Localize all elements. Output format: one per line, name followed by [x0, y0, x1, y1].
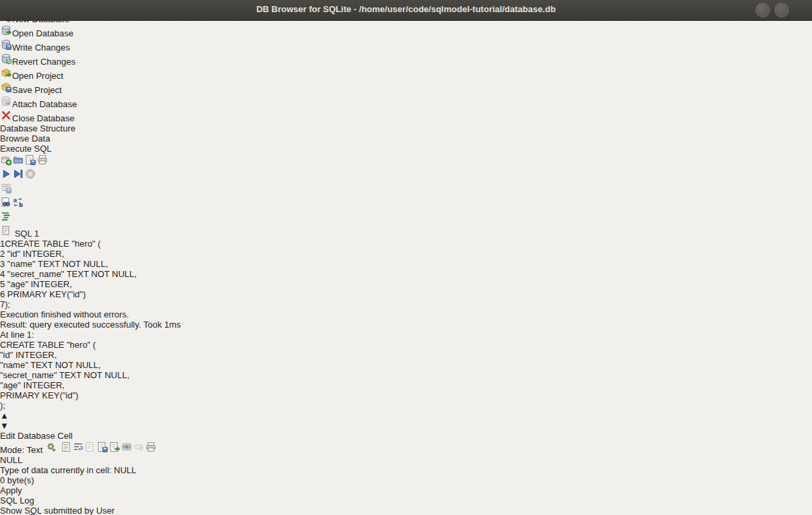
code-line[interactable]: 7);: [0, 299, 812, 309]
sql-toolbar: ab: [0, 154, 812, 224]
word-wrap-button[interactable]: [72, 445, 84, 455]
save-results-icon: [0, 186, 12, 196]
write-changes-button[interactable]: Write Changes: [0, 38, 812, 53]
execute-current-line-button[interactable]: [12, 172, 24, 182]
submitter-value: User: [96, 506, 115, 515]
cell-size-info: 0 byte(s): [0, 475, 812, 485]
stop-button[interactable]: [24, 172, 36, 182]
save-project-button[interactable]: Save Project: [0, 81, 812, 95]
scroll-up-icon[interactable]: ▲: [0, 411, 812, 421]
messages-pane[interactable]: Execution finished without errors.Result…: [0, 309, 812, 431]
stop-icon: [24, 172, 36, 182]
set-null-icon: [133, 445, 145, 455]
open-project-button-label: Open Project: [12, 71, 63, 81]
message-line: "id" INTEGER,: [0, 350, 812, 360]
find-button[interactable]: [0, 200, 12, 210]
code-line[interactable]: 4 "secret_name" TEXT NOT NULL,: [0, 269, 812, 279]
find-replace-icon: ab: [12, 200, 24, 210]
edit-cell-dock-title: Edit Database Cell: [0, 431, 812, 441]
execute-all-button[interactable]: [0, 172, 12, 182]
sql-editor[interactable]: 1CREATE TABLE "hero" (2 "id" INTEGER,3 "…: [0, 239, 812, 309]
text-mode-icon: [60, 445, 72, 455]
print-button[interactable]: [145, 445, 157, 455]
set-null-button[interactable]: [133, 445, 145, 455]
code-text: CREATE TABLE "hero" (: [5, 239, 100, 249]
project-save-icon: [0, 85, 12, 95]
find-icon: [0, 200, 12, 210]
maximize-window-icon[interactable]: [774, 3, 789, 18]
code-text: "secret_name" TEXT NOT NULL,: [5, 269, 137, 279]
tab-browse-data[interactable]: Browse Data: [0, 133, 812, 144]
sql-log-dock-title: SQL Log: [0, 495, 812, 506]
export-data-button[interactable]: [108, 445, 121, 455]
text-mode-button[interactable]: [60, 445, 72, 455]
sql-log-filter-row: Show SQL submitted by User: [0, 506, 812, 515]
main-tab-bar: Database StructureBrowse DataExecute SQL: [0, 123, 812, 154]
open-database-button-label: Open Database: [12, 28, 73, 38]
code-text: "id" INTEGER,: [5, 249, 64, 259]
export-data-icon: [108, 445, 121, 455]
code-text: PRIMARY KEY("id"): [5, 289, 86, 299]
code-line[interactable]: 2 "id" INTEGER,: [0, 249, 812, 259]
code-line[interactable]: 6 PRIMARY KEY("id"): [0, 289, 812, 299]
project-open-icon: [0, 71, 12, 81]
code-text: "name" TEXT NOT NULL,: [5, 259, 108, 269]
mode-combobox[interactable]: Text: [27, 445, 45, 455]
submitter-combobox[interactable]: User: [96, 506, 115, 515]
execute-current-line-icon: [12, 172, 24, 182]
import-data-icon: [84, 445, 96, 455]
apply-button[interactable]: Apply: [0, 485, 812, 495]
code-line[interactable]: 3 "name" TEXT NOT NULL,: [0, 259, 812, 269]
open-project-button[interactable]: Open Project: [0, 67, 812, 81]
attach-database-button-label: Attach Database: [12, 99, 77, 109]
save-sql-file-icon: [24, 158, 36, 168]
titlebar[interactable]: DB Browser for SQLite - /home/user/code/…: [0, 0, 812, 21]
message-line: "age" INTEGER,: [0, 380, 812, 390]
save-data-button[interactable]: [96, 445, 108, 455]
scroll-down-icon[interactable]: ▼: [0, 421, 812, 431]
tab-database-structure[interactable]: Database Structure: [0, 123, 812, 133]
format-sql-button[interactable]: [0, 214, 12, 224]
app-window: DB Browser for SQLite - /home/user/code/…: [0, 0, 812, 515]
vertical-scrollbar[interactable]: ▲ ▼: [0, 411, 812, 431]
close-database-button[interactable]: Close Database: [0, 109, 812, 123]
print-button[interactable]: [36, 158, 49, 168]
format-sql-icon: [0, 214, 12, 224]
code-line[interactable]: 5 "age" INTEGER,: [0, 279, 812, 289]
sql-tab[interactable]: SQL 1: [0, 224, 812, 239]
open-sql-file-button[interactable]: [12, 158, 24, 168]
cell-type-info: Type of data currently in cell: NULL: [0, 465, 812, 475]
cell-editor[interactable]: NULL: [0, 455, 812, 465]
svg-text:b: b: [19, 202, 23, 208]
save-project-button-label: Save Project: [12, 85, 62, 95]
close-database-button-label: Close Database: [12, 113, 75, 123]
code-line[interactable]: 1CREATE TABLE "hero" (: [0, 239, 812, 249]
message-line: );: [0, 400, 812, 411]
message-line: "secret_name" TEXT NOT NULL,: [0, 370, 812, 380]
code-text: );: [5, 299, 10, 309]
import-data-button[interactable]: [84, 445, 96, 455]
save-results-button[interactable]: [0, 186, 12, 196]
tab-execute-sql[interactable]: Execute SQL: [0, 144, 812, 154]
mode-label: Mode:: [0, 445, 24, 455]
open-database-button[interactable]: Open Database: [0, 24, 812, 38]
minimize-window-icon[interactable]: [755, 3, 770, 18]
new-tab-button[interactable]: [0, 158, 12, 168]
save-sql-file-button[interactable]: [24, 158, 36, 168]
open-sql-file-icon: [12, 158, 24, 168]
message-line: PRIMARY KEY("id"): [0, 390, 812, 400]
apply-settings-button[interactable]: [45, 445, 60, 455]
message-line: Execution finished without errors.: [0, 309, 812, 320]
write-changes-button-label: Write Changes: [12, 42, 70, 53]
execute-sql-panel: ab SQL 1 1CREATE TABLE "hero" (2 "id" IN…: [0, 154, 812, 431]
find-replace-button[interactable]: ab: [12, 200, 24, 210]
close-window-icon[interactable]: [793, 3, 807, 16]
message-line: CREATE TABLE "hero" (: [0, 340, 812, 350]
execution-messages: Execution finished without errors.Result…: [0, 309, 812, 411]
link-data-button[interactable]: [121, 445, 133, 455]
attach-database-button[interactable]: Attach Database: [0, 95, 812, 109]
message-line: At line 1:: [0, 330, 812, 340]
database-open-icon: [0, 28, 12, 38]
revert-changes-button[interactable]: Revert Changes: [0, 53, 812, 67]
edit-cell-title: Edit Database Cell: [0, 431, 73, 441]
